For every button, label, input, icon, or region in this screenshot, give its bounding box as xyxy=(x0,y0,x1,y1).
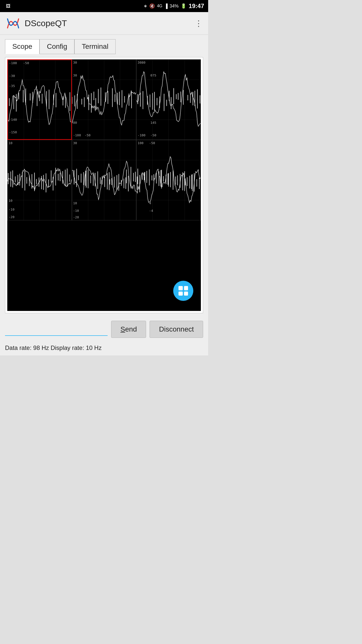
tab-config[interactable]: Config xyxy=(39,39,74,54)
time-label: 19:47 xyxy=(189,3,204,10)
axis-label-p3-3: 145 xyxy=(150,121,156,125)
scope-grid: -100 -50 -30 -35 -140 -150 30 30 80 -100… xyxy=(7,59,201,220)
send-label-rest: end xyxy=(125,325,137,333)
axis-label-p1-4: -35 xyxy=(9,84,15,88)
axis-label-p3-2: 075 xyxy=(150,73,156,77)
scope-panel-4[interactable]: 10 10 -10 -20 xyxy=(7,140,72,220)
grid-fab-button[interactable] xyxy=(173,281,193,301)
axis-label-p3-5: -50 xyxy=(150,133,156,137)
axis-label-p6-2: -50 xyxy=(149,141,155,145)
axis-label-p5-1: 30 xyxy=(73,141,77,145)
axis-label-p3-4: -100 xyxy=(138,133,145,137)
axis-label-p1-6: -150 xyxy=(9,130,17,134)
mute-icon: 🔇 xyxy=(149,3,155,9)
signal-icon: 4G xyxy=(157,4,162,8)
status-icons-left: 🖼 xyxy=(4,4,141,9)
tab-terminal[interactable]: Terminal xyxy=(74,39,116,54)
axis-label-p4-1: 10 xyxy=(9,141,13,145)
axis-label-p5-2: 10 xyxy=(73,201,77,205)
axis-label-p5-4: -20 xyxy=(73,215,79,219)
axis-label-p2-4: -100 xyxy=(73,133,81,137)
axis-label-p4-3: -10 xyxy=(9,208,14,211)
bluetooth-icon: ∗ xyxy=(144,3,147,9)
axis-label-p2-1: 30 xyxy=(73,61,77,64)
battery-label: 34% xyxy=(170,4,179,9)
axis-label-p4-4: -20 xyxy=(9,215,14,219)
main-content: -100 -50 -30 -35 -140 -150 30 30 80 -100… xyxy=(0,54,208,316)
grid-icon xyxy=(178,286,188,296)
axis-label-p6-3: 4 xyxy=(149,201,151,205)
axis-label-p1-1: -100 xyxy=(9,61,17,65)
status-bar: 🖼 ∗ 🔇 4G ▐ 34% 🔋 19:47 xyxy=(0,0,208,12)
axis-label-p1-2: -50 xyxy=(23,61,29,65)
axis-label-p3-1: 3080 xyxy=(138,61,145,64)
axis-label-p4-2: 10 xyxy=(9,199,13,203)
disconnect-button[interactable]: Disconnect xyxy=(150,321,203,338)
app-title: DScopeQT xyxy=(25,18,195,28)
notification-icon: 🖼 xyxy=(6,4,11,9)
app-bar: DScopeQT ⋮ xyxy=(0,12,208,35)
scope-panel-3[interactable]: 3080 075 145 -100 -50 xyxy=(136,59,201,140)
scope-panel-6[interactable]: 100 -50 4 -4 xyxy=(136,140,201,220)
send-underline: S xyxy=(120,325,125,333)
axis-label-p6-4: -4 xyxy=(149,209,153,213)
axis-label-p2-3: 80 xyxy=(73,121,77,125)
axis-label-p1-5: -140 xyxy=(9,118,17,122)
axis-label-p6-1: 100 xyxy=(138,141,143,145)
scope-panel-5[interactable]: 30 10 -10 -20 xyxy=(72,140,137,220)
status-bottom: Data rate: 98 Hz Display rate: 10 Hz xyxy=(0,342,208,355)
axis-label-p5-3: -10 xyxy=(73,209,79,213)
tabs-container: Scope Config Terminal xyxy=(0,35,208,54)
app-logo xyxy=(5,15,21,31)
scope-panel-1[interactable]: -100 -50 -30 -35 -140 -150 xyxy=(7,59,72,140)
battery-icon: 🔋 xyxy=(181,3,186,9)
send-button[interactable]: Send xyxy=(111,321,146,338)
scope-container: -100 -50 -30 -35 -140 -150 30 30 80 -100… xyxy=(5,57,203,313)
bottom-controls: Send Disconnect xyxy=(0,316,208,342)
axis-label-p2-2: 30 xyxy=(73,73,77,77)
signal-bars-icon: ▐ xyxy=(164,4,168,9)
tab-scope[interactable]: Scope xyxy=(5,39,39,54)
data-rate-label: Data rate: 98 Hz xyxy=(5,344,49,351)
axis-label-p1-3: -30 xyxy=(9,74,15,78)
menu-button[interactable]: ⋮ xyxy=(195,19,203,28)
scope-bottom-area xyxy=(7,220,201,311)
status-icons: ∗ 🔇 4G ▐ 34% 🔋 xyxy=(144,3,186,9)
scope-panel-2[interactable]: 30 30 80 -100 -50 xyxy=(72,59,137,140)
command-input[interactable] xyxy=(5,323,108,336)
display-rate-label: Display rate: 10 Hz xyxy=(51,344,102,351)
axis-label-p2-5: -50 xyxy=(85,133,90,137)
